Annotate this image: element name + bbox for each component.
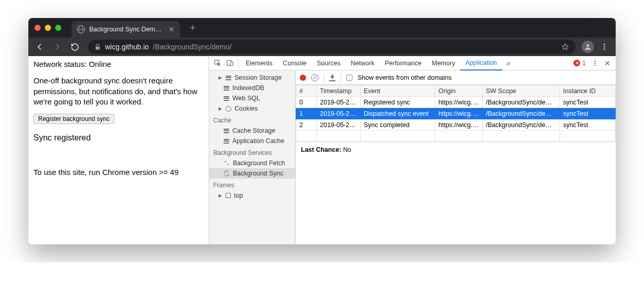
reload-button[interactable] — [67, 40, 82, 54]
lock-icon — [94, 44, 101, 50]
register-sync-button[interactable]: Register background sync — [33, 114, 114, 124]
table-row[interactable]: 12019-05-2…Dispatched sync eventhttps://… — [296, 108, 616, 119]
sidebar-item-indexeddb[interactable]: IndexedDB — [209, 83, 295, 93]
browser-menu-button[interactable] — [597, 40, 612, 54]
download-button[interactable] — [329, 74, 335, 81]
table-cell: 2 — [296, 119, 317, 131]
sidebar-item-cookies[interactable]: ▶Cookies — [209, 103, 295, 114]
sidebar-item-websql[interactable]: Web SQL — [209, 93, 295, 103]
clear-button[interactable] — [311, 74, 318, 81]
table-cell: Sync completed — [361, 119, 435, 131]
address-bar[interactable]: wicg.github.io/BackgroundSync/demo/ — [88, 40, 575, 54]
error-icon: ✕ — [573, 60, 580, 66]
globe-icon — [77, 25, 85, 33]
content-area: Network status: Online One-off backgroun… — [28, 56, 616, 244]
page-description: One-off background sync doesn't require … — [33, 76, 204, 107]
table-cell: Registered sync — [361, 97, 435, 108]
tab-sources[interactable]: Sources — [312, 56, 346, 70]
forward-button[interactable] — [50, 40, 64, 54]
inspect-element-icon[interactable] — [211, 57, 224, 69]
window-controls — [35, 25, 61, 31]
devtools-body: ▶Session Storage IndexedDB Web SQL ▶Cook… — [209, 70, 616, 244]
show-other-domains-label: Show events from other domains — [358, 74, 452, 81]
col-index[interactable]: # — [296, 85, 317, 97]
table-cell: https://wicg.… — [435, 108, 483, 119]
col-origin[interactable]: Origin — [435, 85, 483, 97]
close-tab-button[interactable]: ✕ — [168, 26, 175, 33]
sync-registered-text: Sync registered — [33, 132, 204, 144]
sidebar-item-background-fetch[interactable]: Background Fetch — [209, 158, 295, 168]
table-cell: Dispatched sync event — [361, 108, 435, 119]
url-path: /BackgroundSync/demo/ — [153, 43, 232, 51]
svg-point-7 — [595, 60, 596, 61]
storage-icon — [224, 96, 229, 101]
col-sw-scope[interactable]: SW Scope — [483, 85, 560, 97]
svg-point-9 — [595, 64, 596, 65]
close-window-button[interactable] — [35, 25, 41, 31]
table-header-row: # Timestamp Event Origin SW Scope Instan… — [296, 85, 616, 97]
device-toolbar-icon[interactable] — [224, 57, 236, 69]
table-cell: /BackgroundSync/de… — [483, 97, 560, 108]
error-indicator[interactable]: ✕ 1 — [570, 60, 589, 67]
sidebar-item-cache-storage[interactable]: Cache Storage — [209, 126, 295, 136]
application-main: Show events from other domains # Timesta… — [296, 70, 616, 244]
table-row — [296, 131, 616, 142]
page-viewport: Network status: Online One-off backgroun… — [28, 56, 209, 244]
table-row[interactable]: 22019-05-2…Sync completedhttps://wicg.…/… — [296, 119, 616, 131]
more-tabs-icon[interactable]: » — [502, 57, 515, 69]
tab-console[interactable]: Console — [278, 56, 312, 70]
profile-avatar[interactable] — [582, 41, 594, 53]
application-sidebar: ▶Session Storage IndexedDB Web SQL ▶Cook… — [209, 70, 296, 244]
sync-events-table: # Timestamp Event Origin SW Scope Instan… — [296, 85, 616, 142]
minimize-window-button[interactable] — [45, 25, 51, 31]
details-label: Last Chance: — [301, 146, 342, 153]
col-instance-id[interactable]: Instance ID — [560, 85, 616, 97]
devtools-menu-icon[interactable] — [589, 57, 601, 69]
maximize-window-button[interactable] — [55, 25, 61, 31]
sidebar-item-frame-top[interactable]: ▶top — [209, 190, 295, 201]
table-cell: /BackgroundSync/de… — [483, 119, 560, 131]
sidebar-group-frames: Frames — [209, 179, 295, 190]
table-cell: 2019-05-2… — [317, 108, 361, 119]
record-button[interactable] — [300, 75, 306, 81]
table-cell: https://wicg.… — [435, 119, 483, 131]
sidebar-item-background-sync[interactable]: Background Sync — [209, 168, 295, 179]
error-count: 1 — [582, 60, 586, 67]
svg-point-0 — [586, 44, 589, 47]
tab-network[interactable]: Network — [346, 56, 380, 70]
table-row[interactable]: 02019-05-2…Registered synchttps://wicg.…… — [296, 97, 616, 108]
new-tab-button[interactable]: + — [186, 21, 199, 34]
storage-icon — [224, 139, 229, 144]
sidebar-item-session-storage[interactable]: ▶Session Storage — [209, 73, 295, 83]
show-other-domains-checkbox[interactable] — [346, 75, 352, 81]
tab-performance[interactable]: Performance — [380, 56, 427, 70]
browser-window: Background Sync Demonstratio ✕ + wicg.gi… — [28, 18, 616, 244]
table-cell: 2019-05-2… — [317, 97, 361, 108]
table-cell: syncTest — [560, 108, 616, 119]
col-event[interactable]: Event — [361, 85, 435, 97]
col-timestamp[interactable]: Timestamp — [317, 85, 361, 97]
browser-toolbar: wicg.github.io/BackgroundSync/demo/ — [28, 38, 616, 56]
table-cell: https://wicg.… — [435, 97, 483, 108]
tab-application[interactable]: Application — [460, 56, 502, 70]
browser-tab[interactable]: Background Sync Demonstratio ✕ — [72, 21, 180, 38]
table-cell: 1 — [296, 108, 317, 119]
titlebar: Background Sync Demonstratio ✕ + — [28, 18, 616, 38]
close-devtools-button[interactable]: ✕ — [601, 57, 614, 69]
sidebar-group-cache: Cache — [209, 114, 295, 126]
tab-elements[interactable]: Elements — [241, 56, 278, 70]
page-footer-note: To use this site, run Chrome version >= … — [33, 167, 204, 178]
table-cell: syncTest — [560, 119, 616, 131]
svg-point-8 — [595, 62, 596, 63]
storage-icon — [224, 129, 229, 133]
cookie-icon — [226, 106, 231, 112]
tab-memory[interactable]: Memory — [427, 56, 460, 70]
bookmark-star-icon[interactable] — [561, 43, 569, 51]
svg-point-2 — [604, 46, 605, 48]
back-button[interactable] — [32, 40, 47, 54]
table-cell: 2019-05-2… — [317, 119, 361, 131]
tab-title: Background Sync Demonstratio — [89, 26, 164, 33]
svg-rect-6 — [230, 62, 233, 66]
sync-icon — [224, 170, 230, 176]
sidebar-item-application-cache[interactable]: Application Cache — [209, 136, 295, 146]
